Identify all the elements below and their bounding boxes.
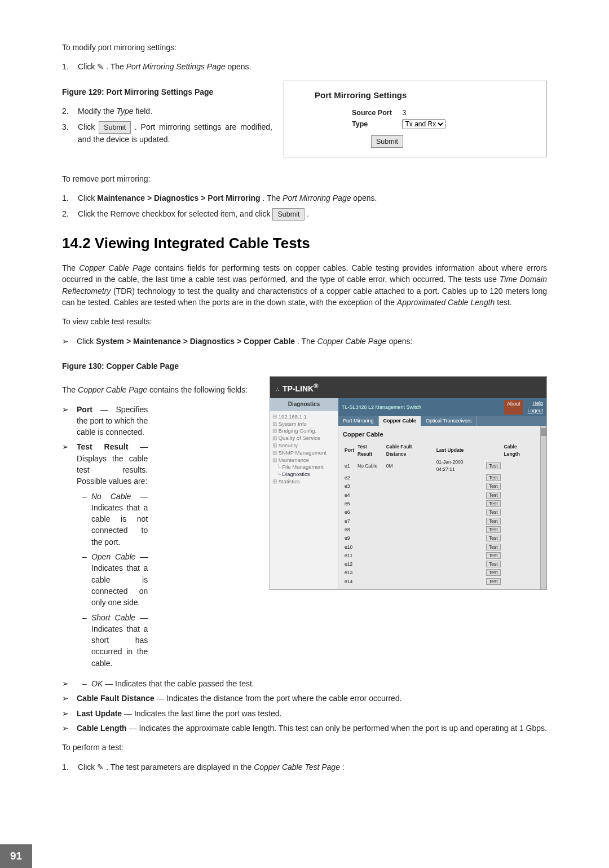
modify-steps-23: Modify the Type field. Click Submit . Po…: [62, 105, 547, 146]
field-test-result: Test Result — Displays the cable test re…: [62, 441, 148, 669]
t: System > Maintenance > Diagnostics > Cop…: [96, 337, 295, 346]
pencil-icon: ✎: [97, 761, 104, 773]
tree-item[interactable]: └ Diagnostics: [272, 471, 336, 478]
tp-link-brand-bar: ∴ TP-LINK®: [270, 377, 546, 398]
para-cable-intro: The Copper Cable Page contains fields fo…: [62, 262, 547, 308]
t: Test Result: [77, 442, 128, 451]
pm-title: Port Mirroring Settings: [284, 81, 546, 107]
tree-item[interactable]: └ File Management: [272, 464, 336, 471]
t: Port: [77, 405, 92, 414]
t: Last Update: [77, 709, 122, 718]
tree-item[interactable]: ⊞ Maintenance: [272, 457, 336, 464]
tree-item[interactable]: ⊞ Quality of Service: [272, 435, 336, 442]
test-button[interactable]: Test: [486, 483, 501, 490]
t: Open Cable: [91, 552, 136, 561]
t: Copper Cable Page: [78, 385, 147, 394]
txt: opens.: [227, 62, 251, 71]
t: No Cable: [91, 492, 131, 501]
field-short-cable: Short Cable — Indicates that a short has…: [77, 612, 148, 669]
txt: .: [307, 209, 309, 218]
test-button[interactable]: Test: [486, 561, 501, 567]
test-button[interactable]: Test: [486, 500, 501, 507]
tree-item[interactable]: ⊞ System Info: [272, 421, 336, 428]
table-row: e1No Cable0M01-Jan-2000 04:27:11Test: [343, 458, 536, 474]
table-row: e5Test: [343, 499, 536, 508]
t: . The test parameters are displayed in t…: [106, 763, 254, 772]
panel-title: Copper Cable: [343, 430, 536, 439]
section-heading: 14.2 Viewing Integrated Cable Tests: [62, 233, 547, 254]
figure-130-caption: Figure 130: Copper Cable Page: [62, 360, 547, 372]
remove-steps: Click Maintenance > Diagnostics > Port M…: [62, 192, 547, 221]
t: Approximated Cable Length: [397, 298, 495, 307]
copper-cable-ui: ∴ TP-LINK® Diagnostics ⊟ 192.168.1.1⊞ Sy…: [270, 376, 547, 589]
t: The: [62, 263, 79, 272]
test-button[interactable]: Test: [486, 569, 501, 576]
submit-button-2[interactable]: Submit: [272, 208, 304, 221]
t: . The: [297, 337, 317, 346]
pencil-icon: ✎: [97, 61, 104, 72]
test-button[interactable]: Test: [486, 526, 501, 533]
ui-sidebar: Diagnostics ⊟ 192.168.1.1⊞ System Info⊞ …: [270, 398, 338, 589]
txt: Type: [116, 107, 133, 116]
test-button[interactable]: Test: [486, 578, 501, 585]
table-row: e3Test: [343, 482, 536, 491]
tree-item[interactable]: ⊞ Statistics: [272, 478, 336, 486]
field-cfd: Cable Fault Distance — Indicates the dis…: [62, 693, 547, 704]
field-lu: Last Update — Indicates the last time th…: [62, 708, 547, 719]
txt: . The: [106, 62, 126, 71]
table-row: e6Test: [343, 508, 536, 517]
test-button[interactable]: Test: [486, 509, 501, 515]
table-row: e14Test: [343, 577, 536, 585]
txt: Port Mirroring Page: [283, 193, 351, 202]
ui-tabs: Port Mirroring Copper Cable Optical Tran…: [338, 416, 546, 426]
t: Cable Fault Distance: [77, 694, 155, 703]
txt: Click: [78, 122, 99, 131]
tab-copper-cable[interactable]: Copper Cable: [379, 416, 422, 426]
col-header: Port: [343, 443, 356, 458]
table-row: e10Test: [343, 543, 536, 551]
t: — Indicates the approximate cable length…: [129, 724, 547, 733]
t: The: [62, 385, 78, 394]
view-intro: To view cable test results:: [62, 316, 547, 327]
t: Short Cable: [91, 613, 135, 622]
field-open-cable: Open Cable — Indicates that a cable is c…: [77, 551, 148, 608]
col-header: Cable Length: [502, 443, 536, 458]
test-button[interactable]: Test: [486, 544, 501, 550]
field-port: Port — Specifies the port to which the c…: [62, 404, 148, 438]
tree-item[interactable]: ⊞ Bridging Config.: [272, 428, 336, 435]
txt: Modify the: [78, 107, 116, 116]
tree-item[interactable]: ⊟ 192.168.1.1: [272, 413, 336, 421]
txt: opens.: [353, 193, 377, 202]
txt: Click: [78, 62, 97, 71]
test-button[interactable]: Test: [486, 492, 501, 499]
about-link[interactable]: About: [504, 400, 523, 415]
t: Cable Length: [77, 724, 127, 733]
modify-steps: Click ✎ . The Port Mirroring Settings Pa…: [62, 61, 547, 72]
t: contains the following fields:: [149, 385, 248, 394]
field-cl: Cable Length — Indicates the approximate…: [62, 722, 547, 734]
dots-icon: ∴: [276, 387, 279, 393]
tree-item[interactable]: ⊞ SNMP Management: [272, 450, 336, 457]
col-header: Cable Fault Distance: [385, 443, 435, 458]
tab-optical-transceivers[interactable]: Optical Transceivers: [421, 416, 477, 426]
test-button[interactable]: Test: [486, 518, 501, 525]
table-row: e7Test: [343, 517, 536, 525]
help-link[interactable]: HelpLogout: [527, 400, 543, 415]
test-button[interactable]: Test: [486, 535, 501, 541]
test-button[interactable]: Test: [486, 552, 501, 559]
port-mirroring-settings-box: Port Mirroring Settings Source Port 3 Ty…: [284, 81, 547, 157]
tab-port-mirroring[interactable]: Port Mirroring: [338, 416, 379, 426]
table-row: e4Test: [343, 491, 536, 499]
col-header: [484, 443, 502, 458]
submit-button[interactable]: Submit: [99, 121, 131, 134]
scrollbar[interactable]: [540, 426, 546, 589]
table-row: e2Test: [343, 474, 536, 482]
test-button[interactable]: Test: [486, 474, 501, 481]
modify-intro: To modify port mirroring settings:: [62, 42, 547, 53]
table-row: e11Test: [343, 551, 536, 559]
t: test.: [497, 298, 511, 307]
tree-item[interactable]: ⊞ Security: [272, 442, 336, 450]
table-row: e8Test: [343, 525, 536, 534]
t: opens:: [389, 337, 412, 346]
test-button[interactable]: Test: [486, 462, 501, 469]
